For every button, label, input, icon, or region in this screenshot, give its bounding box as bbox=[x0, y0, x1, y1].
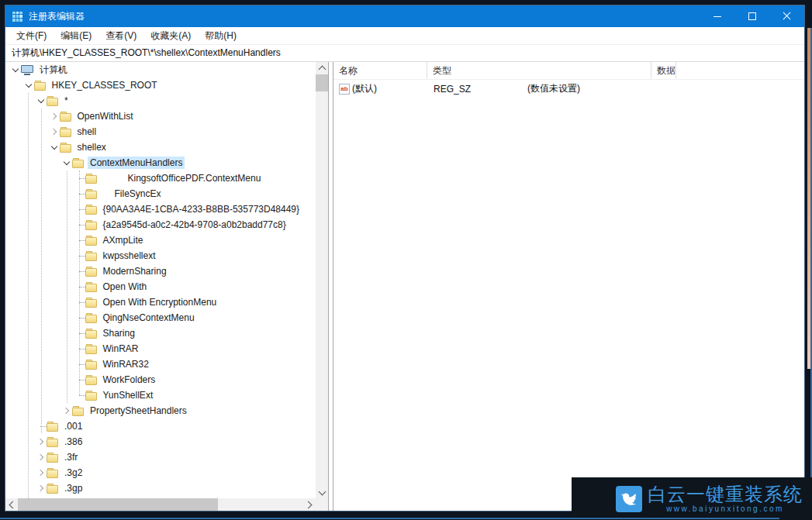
tree-label[interactable]: OpenWithList bbox=[75, 110, 136, 122]
scroll-left-icon[interactable] bbox=[5, 498, 18, 511]
pane-splitter[interactable] bbox=[328, 62, 333, 511]
tree-label[interactable]: * bbox=[62, 95, 71, 107]
tree-row[interactable]: AXmpLite bbox=[5, 232, 316, 248]
list-header: 名称类型数据 bbox=[333, 62, 804, 80]
folder-icon bbox=[85, 298, 97, 308]
tree-label[interactable]: AXmpLite bbox=[101, 234, 146, 246]
tree-label[interactable]: KingsoftOfficePDF.ContextMenu bbox=[126, 172, 264, 184]
chevron-right-icon[interactable] bbox=[61, 403, 72, 418]
menu-item[interactable]: 帮助(H) bbox=[198, 27, 244, 44]
tree-label[interactable]: WorkFolders bbox=[101, 374, 158, 386]
menu-item[interactable]: 编辑(E) bbox=[54, 27, 98, 44]
tree-label[interactable]: .3gp bbox=[62, 482, 85, 494]
close-button[interactable] bbox=[769, 5, 804, 27]
tree-row[interactable]: QingNseContextMenu bbox=[5, 310, 316, 325]
chevron-down-icon[interactable] bbox=[49, 139, 60, 155]
tree-label[interactable]: ContextMenuHandlers bbox=[88, 157, 185, 169]
tree-label[interactable]: 计算机 bbox=[37, 63, 70, 77]
tree-row[interactable]: OpenWithList bbox=[5, 108, 316, 124]
tree-row[interactable]: .386 bbox=[5, 434, 316, 449]
registry-editor-window: 注册表编辑器 文件(F)编辑(E)查看(V)收藏夹(A)帮助(H) 计算机\HK… bbox=[5, 5, 805, 511]
tree-label[interactable]: FileSyncEx bbox=[112, 188, 164, 200]
tree-row[interactable]: HKEY_CLASSES_ROOT bbox=[5, 77, 316, 93]
tree-label[interactable]: HKEY_CLASSES_ROOT bbox=[50, 79, 160, 91]
tree-row[interactable]: Sharing bbox=[5, 325, 316, 341]
tree-label[interactable]: Open With bbox=[101, 281, 150, 293]
tree-label[interactable]: kwpsshellext bbox=[101, 250, 158, 262]
tree-label[interactable]: WinRAR bbox=[101, 343, 141, 355]
chevron-down-icon[interactable] bbox=[36, 93, 47, 108]
scroll-right-icon[interactable] bbox=[303, 498, 316, 511]
tree-row[interactable]: .3gp bbox=[5, 480, 316, 496]
tree-label[interactable]: shell bbox=[75, 126, 99, 138]
column-header[interactable]: 类型 bbox=[427, 62, 651, 79]
tree-row[interactable]: {a2a9545d-a0c2-42b4-9708-a0b2badd77c8} bbox=[5, 217, 316, 232]
tree-row[interactable]: WorkFolders bbox=[5, 372, 316, 387]
menu-item[interactable]: 查看(V) bbox=[98, 27, 143, 44]
tree-label[interactable]: YunShellExt bbox=[101, 389, 156, 401]
horizontal-scroll-thumb[interactable] bbox=[18, 498, 218, 511]
tree-horizontal-scrollbar[interactable] bbox=[5, 498, 316, 511]
tree-label[interactable]: .3fr bbox=[62, 451, 80, 463]
tree-label[interactable]: PropertySheetHandlers bbox=[88, 405, 189, 417]
chevron-right-icon[interactable] bbox=[49, 124, 60, 139]
tree-label[interactable]: {a2a9545d-a0c2-42b4-9708-a0b2badd77c8} bbox=[101, 219, 289, 231]
folder-icon bbox=[85, 375, 97, 385]
tree-label[interactable]: {90AA3A4E-1CBA-4233-B8BB-535773D48449} bbox=[101, 203, 302, 215]
tree-vertical-scrollbar[interactable] bbox=[316, 62, 328, 498]
scroll-up-icon[interactable] bbox=[316, 62, 328, 74]
tree-row[interactable]: YunShellExt bbox=[5, 387, 316, 403]
folder-icon bbox=[47, 468, 58, 478]
column-header[interactable]: 名称 bbox=[333, 62, 427, 79]
tree-row[interactable]: Open With bbox=[5, 279, 316, 294]
menu-item[interactable]: 收藏夹(A) bbox=[143, 27, 198, 44]
tree-label[interactable]: Sharing bbox=[101, 327, 137, 339]
maximize-button[interactable] bbox=[734, 5, 769, 27]
chevron-down-icon[interactable] bbox=[10, 62, 21, 77]
tree-label[interactable]: .386 bbox=[62, 436, 85, 448]
tree-label[interactable]: QingNseContextMenu bbox=[101, 312, 197, 324]
tree-row[interactable]: shellex bbox=[5, 139, 316, 155]
column-header[interactable]: 数据 bbox=[651, 62, 676, 79]
tree-label[interactable]: .001 bbox=[62, 420, 85, 432]
tree-row[interactable]: ModernSharing bbox=[5, 263, 316, 279]
list-row[interactable]: (默认) REG_SZ (数值未设置) bbox=[333, 81, 804, 96]
tree-row[interactable]: WinRAR bbox=[5, 341, 316, 356]
value-type: REG_SZ bbox=[426, 84, 520, 95]
chevron-down-icon[interactable] bbox=[23, 77, 34, 93]
scrollbar-corner bbox=[316, 498, 328, 511]
folder-icon bbox=[72, 158, 84, 168]
tree-label[interactable]: ModernSharing bbox=[101, 265, 169, 277]
tree-label[interactable]: WinRAR32 bbox=[101, 358, 151, 370]
tree-row[interactable]: {90AA3A4E-1CBA-4233-B8BB-535773D48449} bbox=[5, 201, 316, 217]
value-name[interactable]: (默认) bbox=[352, 82, 426, 95]
tree-row[interactable]: .3fr bbox=[5, 449, 316, 465]
tree-row[interactable]: KingsoftOfficePDF.ContextMenu bbox=[5, 170, 316, 186]
tree-row[interactable]: FileSyncEx bbox=[5, 186, 316, 201]
minimize-button[interactable] bbox=[700, 5, 734, 27]
scroll-down-icon[interactable] bbox=[316, 486, 328, 498]
tree-row[interactable]: .001 bbox=[5, 418, 316, 434]
chevron-down-icon[interactable] bbox=[61, 155, 72, 170]
chevron-right-icon[interactable] bbox=[36, 449, 47, 465]
menu-item[interactable]: 文件(F) bbox=[9, 27, 54, 44]
tree-row[interactable]: ContextMenuHandlers bbox=[5, 155, 316, 170]
tree-row[interactable]: WinRAR32 bbox=[5, 356, 316, 372]
tree-row[interactable]: 计算机 bbox=[5, 62, 316, 77]
address-bar[interactable]: 计算机\HKEY_CLASSES_ROOT\*\shellex\ContextM… bbox=[5, 45, 804, 62]
tree-row[interactable]: .3g2 bbox=[5, 465, 316, 480]
chevron-right-icon[interactable] bbox=[49, 108, 60, 124]
tree-row[interactable]: * bbox=[5, 93, 316, 108]
tree-row[interactable]: shell bbox=[5, 124, 316, 139]
chevron-right-icon[interactable] bbox=[36, 434, 47, 449]
chevron-right-icon[interactable] bbox=[36, 480, 47, 496]
tree-label[interactable]: shellex bbox=[75, 141, 109, 153]
tree-label[interactable]: Open With EncryptionMenu bbox=[101, 296, 219, 308]
vertical-scroll-thumb[interactable] bbox=[316, 74, 328, 91]
tree-row[interactable]: PropertySheetHandlers bbox=[5, 403, 316, 418]
tree-row[interactable]: kwpsshellext bbox=[5, 248, 316, 263]
folder-icon bbox=[85, 189, 97, 199]
chevron-right-icon[interactable] bbox=[36, 465, 47, 480]
tree-row[interactable]: Open With EncryptionMenu bbox=[5, 294, 316, 310]
tree-label[interactable]: .3g2 bbox=[62, 467, 85, 479]
